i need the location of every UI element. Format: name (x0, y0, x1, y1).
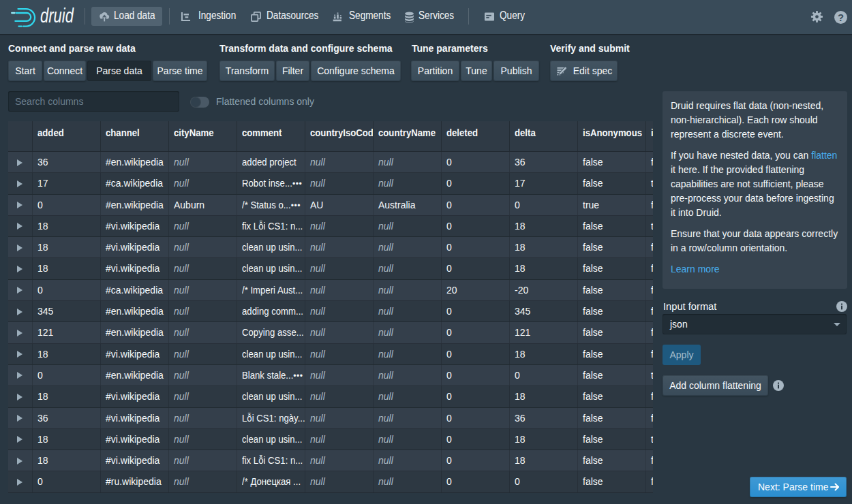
svg-text:?: ? (838, 12, 844, 23)
